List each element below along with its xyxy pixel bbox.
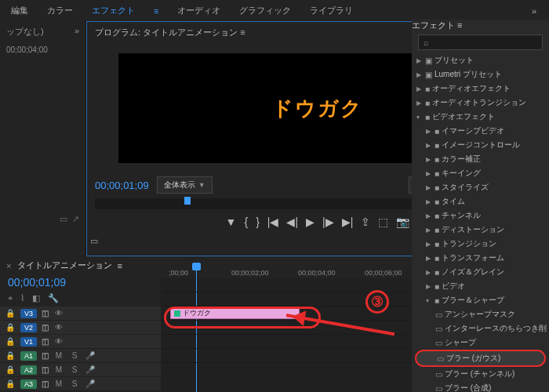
mute-icon[interactable]: M <box>53 379 64 388</box>
program-current-timecode[interactable]: 00;00;01;09 <box>95 180 149 191</box>
menu-color[interactable]: カラー <box>47 5 73 16</box>
menu-edit[interactable]: 編集 <box>11 5 28 16</box>
step-back-icon[interactable]: ◀| <box>286 216 298 228</box>
panel-menu-icon[interactable]: ≡ <box>240 27 245 37</box>
panel-menu-icon[interactable]: ≡ <box>457 20 462 30</box>
mic-icon[interactable]: 🎤 <box>85 351 96 360</box>
track-header-a2[interactable]: 🔒A2◫MS🎤 <box>0 363 161 377</box>
menu-library[interactable]: ライブラリ <box>310 5 353 16</box>
mark-out-icon[interactable]: } <box>256 216 260 228</box>
menu-effects[interactable]: エフェクト <box>92 5 135 16</box>
tree-item-keying[interactable]: ▶■キーイング <box>415 166 546 180</box>
workspace-menu-icon[interactable]: ≡ <box>154 6 158 16</box>
eye-icon[interactable]: 👁 <box>53 337 64 346</box>
timeline-timecode[interactable]: 00;00;01;09 <box>0 274 161 290</box>
eye-icon[interactable]: 👁 <box>53 323 64 332</box>
tree-item-noise[interactable]: ▶■ノイズ＆グレイン <box>415 265 546 279</box>
go-to-in-icon[interactable]: |◀ <box>267 216 279 228</box>
tree-item-transform[interactable]: ▶■トランスフォーム <box>415 251 546 265</box>
tree-item-stylize[interactable]: ▶■スタイライズ <box>415 180 546 194</box>
extract-icon[interactable]: ⬚ <box>378 216 388 228</box>
effects-search-input[interactable]: ⌕ <box>418 34 543 50</box>
folder-icon: ■ <box>434 226 439 234</box>
lock-icon[interactable]: 🔒 <box>5 351 16 360</box>
mic-icon[interactable]: 🎤 <box>85 365 96 374</box>
zoom-select[interactable]: 全体表示▼ <box>157 176 213 194</box>
track-label: A2 <box>20 365 37 375</box>
track-toggle-icon[interactable]: ◫ <box>42 379 49 388</box>
link-icon[interactable]: ⌇ <box>20 293 24 303</box>
track-toggle-icon[interactable]: ◫ <box>42 337 49 346</box>
lock-icon[interactable]: 🔒 <box>5 379 16 388</box>
lock-icon[interactable]: 🔒 <box>5 309 16 318</box>
lock-icon[interactable]: 🔒 <box>5 365 16 374</box>
marker-icon[interactable]: ◧ <box>32 293 40 303</box>
track-header-v3[interactable]: 🔒V3◫👁 <box>0 307 161 321</box>
tree-item-imagectrl[interactable]: ▶■イメージコントロール <box>415 138 546 152</box>
mute-icon[interactable]: M <box>53 351 64 360</box>
folder-icon: ■ <box>434 268 439 277</box>
step-forward-icon[interactable]: |▶ <box>322 216 334 228</box>
tree-item-interlace[interactable]: ▭インターレースのちらつき削 <box>415 321 546 336</box>
play-icon[interactable]: ▶ <box>306 216 314 228</box>
lock-icon[interactable]: 🔒 <box>5 337 16 346</box>
go-to-out-icon[interactable]: ▶| <box>342 216 354 228</box>
track-toggle-icon[interactable]: ◫ <box>42 309 49 318</box>
tree-item-immersive[interactable]: ▶■イマーシブビデオ <box>415 124 546 138</box>
track-header-a3[interactable]: 🔒A3◫MS🎤 <box>0 377 161 391</box>
snap-icon[interactable]: ⌖ <box>8 293 13 303</box>
solo-icon[interactable]: S <box>69 379 80 388</box>
tree-item-compound-blur[interactable]: ▭ブラー (合成) <box>415 381 546 392</box>
ruler-tick: 00;00;06;00 <box>365 269 402 277</box>
source-panel: ップなし) » 00;00;04;00 ▭ ↗ <box>0 21 86 256</box>
add-marker-icon[interactable]: ▼ <box>226 216 237 228</box>
lock-icon[interactable]: 🔒 <box>5 323 16 332</box>
menu-graphics[interactable]: グラフィック <box>239 5 291 16</box>
timeline-title: タイトルアニメーション <box>17 260 112 271</box>
solo-icon[interactable]: S <box>69 365 80 374</box>
tree-item-video[interactable]: ▶■ビデオ <box>415 279 546 293</box>
playhead-marker[interactable] <box>184 197 191 205</box>
tree-item-time[interactable]: ▶■タイム <box>415 194 546 209</box>
tree-item-colorcorr[interactable]: ▶■カラー補正 <box>415 152 546 166</box>
tree-item-transition[interactable]: ▶■トランジション <box>415 237 546 251</box>
lift-icon[interactable]: ⇪ <box>361 216 370 228</box>
panel-menu-icon[interactable]: ≡ <box>117 261 122 270</box>
mute-icon[interactable]: M <box>53 365 64 374</box>
effect-icon: ▭ <box>435 310 442 319</box>
workspace-overflow-icon[interactable]: » <box>532 6 538 16</box>
export-clip-icon[interactable]: ↗ <box>72 214 79 224</box>
track-toggle-icon[interactable]: ◫ <box>42 351 49 360</box>
collapse-icon[interactable]: » <box>75 26 79 38</box>
track-toggle-icon[interactable]: ◫ <box>42 365 49 374</box>
export-frame-icon[interactable]: 📷 <box>396 216 409 228</box>
video-clip[interactable]: ドウガク <box>170 307 300 319</box>
settings-wrench-icon[interactable]: 🔧 <box>48 293 59 303</box>
mic-icon[interactable]: 🎤 <box>85 379 96 388</box>
mark-in-icon[interactable]: { <box>244 216 248 228</box>
tree-item-video-fx[interactable]: ▾■ビデオエフェクト <box>415 110 546 124</box>
close-icon[interactable]: × <box>6 261 11 270</box>
tree-item-audio-fx[interactable]: ▶■オーディオエフェクト <box>415 82 546 96</box>
tree-item-blur-sharp[interactable]: ▾■ブラー＆シャープ <box>415 293 546 307</box>
track-toggle-icon[interactable]: ◫ <box>42 323 49 332</box>
track-label: V2 <box>20 323 37 332</box>
tree-item-audio-tr[interactable]: ▶■オーディオトランジション <box>415 96 546 110</box>
tree-item-sharp[interactable]: ▭シャープ <box>415 336 546 350</box>
menu-audio[interactable]: オーディオ <box>177 5 220 16</box>
tree-item-channel-blur[interactable]: ▭ブラー (チャンネル) <box>415 367 546 381</box>
tree-item-distort[interactable]: ▶■ディストーション <box>415 223 546 237</box>
tree-item-channel[interactable]: ▶■チャンネル <box>415 209 546 223</box>
track-header-v2[interactable]: 🔒V2◫👁 <box>0 321 161 335</box>
tree-item-presets[interactable]: ▶▣プリセット <box>415 53 546 67</box>
tree-item-gaussian-blur[interactable]: ▭ブラー (ガウス) <box>415 350 546 367</box>
solo-icon[interactable]: S <box>69 351 80 360</box>
track-header-v1[interactable]: 🔒V1◫👁 <box>0 335 161 349</box>
tree-item-unsharp[interactable]: ▭アンシャープマスク <box>415 307 546 321</box>
tree-item-lumetri[interactable]: ▶▣Lumetri プリセット <box>415 67 546 82</box>
eye-icon[interactable]: 👁 <box>53 309 64 318</box>
comparison-icon[interactable]: ▭ <box>90 236 98 252</box>
export-frame-icon[interactable]: ▭ <box>60 214 67 224</box>
track-header-a1[interactable]: 🔒A1◫MS🎤 <box>0 349 161 363</box>
folder-icon: ■ <box>434 282 439 291</box>
